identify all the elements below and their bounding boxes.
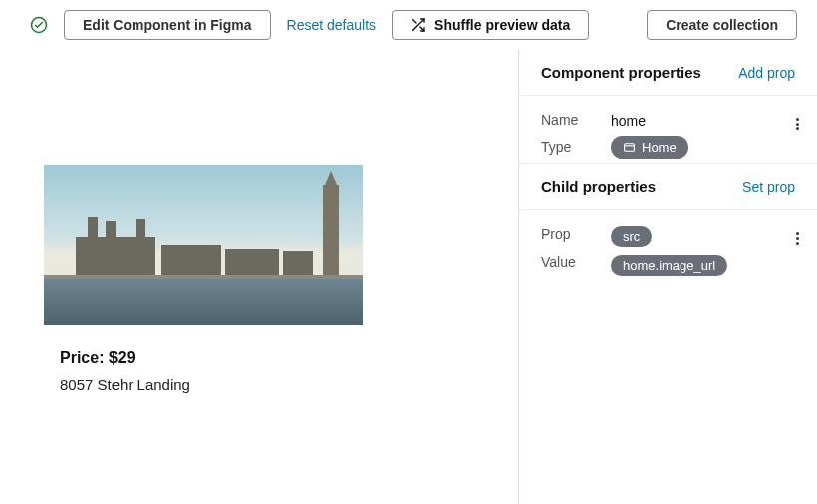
child-properties-title: Child properties: [541, 178, 656, 195]
type-icon: [623, 141, 636, 154]
type-label: Type: [541, 139, 595, 155]
type-chip-label: Home: [642, 140, 677, 155]
svg-rect-1: [625, 144, 635, 152]
main-area: Price: $29 8057 Stehr Landing Component …: [0, 50, 817, 504]
set-prop-link[interactable]: Set prop: [742, 179, 795, 195]
component-properties-title: Component properties: [541, 64, 701, 81]
shuffle-icon: [410, 17, 426, 33]
panel-spacer: [519, 280, 817, 504]
preview-price: Price: $29: [44, 349, 363, 367]
shuffle-label: Shuffle preview data: [434, 17, 570, 33]
properties-panel: Component properties Add prop Name Type …: [518, 50, 817, 504]
add-prop-link[interactable]: Add prop: [738, 65, 795, 81]
child-prop-more-button[interactable]: [796, 230, 799, 247]
component-prop-row: Name Type home Home: [519, 96, 817, 163]
value-label: Value: [541, 254, 595, 270]
preview-pane: Price: $29 8057 Stehr Landing: [0, 50, 518, 504]
preview-image: [44, 165, 363, 325]
prop-chip[interactable]: src: [611, 226, 652, 247]
value-chip[interactable]: home.image_url: [611, 255, 727, 276]
preview-card: Price: $29 8057 Stehr Landing: [44, 165, 363, 393]
shuffle-preview-button[interactable]: Shuffle preview data: [392, 10, 589, 40]
child-prop-row: Prop Value src home.image_url: [519, 210, 817, 280]
reset-defaults-link[interactable]: Reset defaults: [287, 17, 377, 33]
name-value: home: [611, 112, 646, 128]
component-properties-header: Component properties Add prop: [519, 50, 817, 96]
edit-component-button[interactable]: Edit Component in Figma: [64, 10, 271, 40]
status-ok-icon: [30, 16, 48, 34]
preview-address: 8057 Stehr Landing: [44, 377, 363, 393]
type-chip[interactable]: Home: [611, 136, 688, 159]
child-properties-header: Child properties Set prop: [519, 163, 817, 210]
name-label: Name: [541, 112, 595, 127]
component-prop-more-button[interactable]: [796, 116, 799, 132]
create-collection-button[interactable]: Create collection: [647, 10, 797, 40]
toolbar: Edit Component in Figma Reset defaults S…: [0, 0, 817, 50]
prop-label: Prop: [541, 226, 595, 242]
